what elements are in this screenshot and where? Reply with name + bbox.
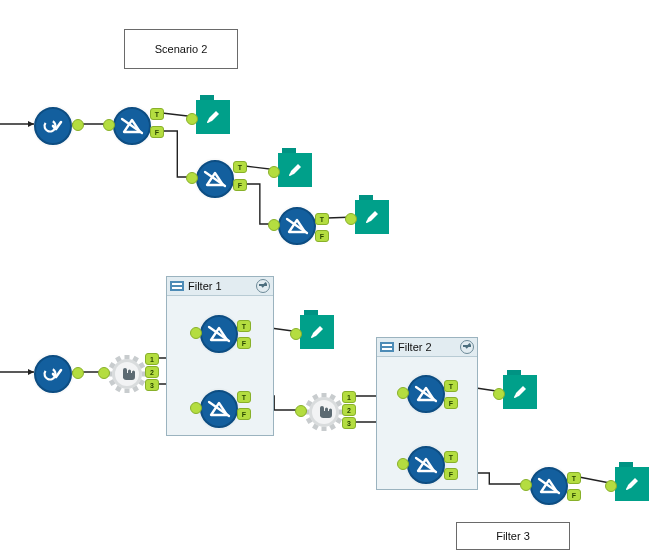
filter-icon xyxy=(196,160,234,198)
doc-node[interactable] xyxy=(615,467,649,501)
check-node[interactable] xyxy=(34,355,72,393)
filter-node[interactable] xyxy=(196,160,234,198)
filter3-label-text: Filter 3 xyxy=(496,530,530,542)
doc-node[interactable] xyxy=(300,315,334,349)
filter-icon xyxy=(407,375,445,413)
filter-node[interactable] xyxy=(278,207,316,245)
svg-point-0 xyxy=(43,119,57,133)
port-io[interactable] xyxy=(72,367,84,379)
port-io[interactable] xyxy=(186,113,198,125)
port-io[interactable] xyxy=(103,119,115,131)
filter3-label: Filter 3 xyxy=(456,522,570,550)
check-icon xyxy=(34,355,72,393)
filter-icon xyxy=(530,467,568,505)
filter-node[interactable] xyxy=(200,315,238,353)
collapse-icon[interactable] xyxy=(460,340,474,354)
port-1[interactable]: 1 xyxy=(342,391,356,403)
filter-node[interactable] xyxy=(407,446,445,484)
port-f[interactable]: F xyxy=(315,230,329,242)
gear-icon xyxy=(305,393,343,431)
port-f[interactable]: F xyxy=(150,126,164,138)
svg-rect-14 xyxy=(125,355,130,360)
filter-node[interactable] xyxy=(530,467,568,505)
check-node[interactable] xyxy=(34,107,72,145)
port-io[interactable] xyxy=(605,480,617,492)
filter-icon xyxy=(200,390,238,428)
check-icon xyxy=(34,107,72,145)
port-f[interactable]: F xyxy=(237,337,251,349)
doc-node[interactable] xyxy=(196,100,230,134)
grip-icon xyxy=(380,342,394,352)
port-f[interactable]: F xyxy=(567,489,581,501)
port-2[interactable]: 2 xyxy=(145,366,159,378)
doc-node[interactable] xyxy=(503,375,537,409)
port-3[interactable]: 3 xyxy=(342,417,356,429)
svg-point-4 xyxy=(43,367,57,381)
port-io[interactable] xyxy=(345,213,357,225)
port-t[interactable]: T xyxy=(567,472,581,484)
filter-icon xyxy=(278,207,316,245)
filter-node[interactable] xyxy=(200,390,238,428)
port-t[interactable]: T xyxy=(233,161,247,173)
container-filter2-title: Filter 2 xyxy=(398,341,460,353)
svg-rect-30 xyxy=(322,393,327,398)
output-doc-icon xyxy=(615,467,649,501)
container-filter2-header[interactable]: Filter 2 xyxy=(377,338,477,357)
port-t[interactable]: T xyxy=(237,320,251,332)
port-t[interactable]: T xyxy=(150,108,164,120)
doc-node[interactable] xyxy=(355,200,389,234)
port-3[interactable]: 3 xyxy=(145,379,159,391)
output-doc-icon xyxy=(196,100,230,134)
filter-icon xyxy=(407,446,445,484)
scenario-label-text: Scenario 2 xyxy=(155,43,208,55)
port-1[interactable]: 1 xyxy=(145,353,159,365)
port-io[interactable] xyxy=(520,479,532,491)
gear-node[interactable] xyxy=(108,355,146,393)
gear-icon xyxy=(108,355,146,393)
filter-icon xyxy=(200,315,238,353)
doc-node[interactable] xyxy=(278,153,312,187)
container-filter1-header[interactable]: Filter 1 xyxy=(167,277,273,296)
port-io[interactable] xyxy=(186,172,198,184)
svg-rect-24 xyxy=(322,427,327,432)
port-f[interactable]: F xyxy=(444,397,458,409)
port-io[interactable] xyxy=(72,119,84,131)
scenario-label: Scenario 2 xyxy=(124,29,238,69)
port-io[interactable] xyxy=(268,219,280,231)
grip-icon xyxy=(170,281,184,291)
port-2[interactable]: 2 xyxy=(342,404,356,416)
port-io[interactable] xyxy=(190,402,202,414)
gear-node[interactable] xyxy=(305,393,343,431)
port-f[interactable]: F xyxy=(237,408,251,420)
filter-node[interactable] xyxy=(407,375,445,413)
output-doc-icon xyxy=(278,153,312,187)
port-io[interactable] xyxy=(268,166,280,178)
port-io[interactable] xyxy=(290,328,302,340)
port-io[interactable] xyxy=(397,387,409,399)
port-t[interactable]: T xyxy=(444,451,458,463)
port-f[interactable]: F xyxy=(233,179,247,191)
port-io[interactable] xyxy=(190,327,202,339)
output-doc-icon xyxy=(300,315,334,349)
svg-rect-8 xyxy=(125,389,130,394)
filter-node[interactable] xyxy=(113,107,151,145)
port-io[interactable] xyxy=(493,388,505,400)
port-t[interactable]: T xyxy=(237,391,251,403)
output-doc-icon xyxy=(355,200,389,234)
port-io[interactable] xyxy=(397,458,409,470)
output-doc-icon xyxy=(503,375,537,409)
port-f[interactable]: F xyxy=(444,468,458,480)
port-io[interactable] xyxy=(295,405,307,417)
collapse-icon[interactable] xyxy=(256,279,270,293)
port-t[interactable]: T xyxy=(444,380,458,392)
filter-icon xyxy=(113,107,151,145)
container-filter1-title: Filter 1 xyxy=(188,280,256,292)
port-t[interactable]: T xyxy=(315,213,329,225)
port-io[interactable] xyxy=(98,367,110,379)
